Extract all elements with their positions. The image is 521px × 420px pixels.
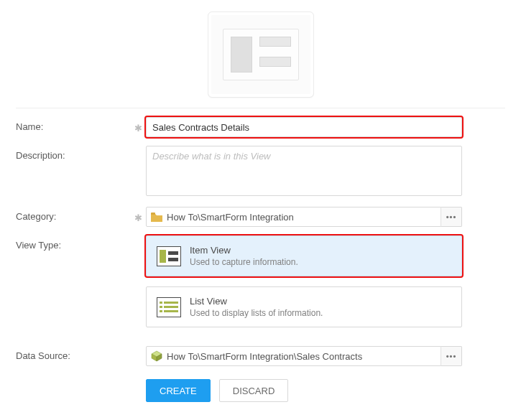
view-type-label: View Type: — [16, 235, 134, 251]
view-type-list[interactable]: List View Used to display lists of infor… — [146, 286, 462, 327]
svg-rect-6 — [160, 302, 162, 304]
svg-rect-8 — [160, 306, 162, 308]
folder-icon — [151, 212, 162, 222]
category-path: How To\SmartForm Integration — [167, 212, 294, 223]
svg-rect-10 — [160, 310, 162, 312]
svg-rect-9 — [164, 306, 178, 308]
view-type-list-subtitle: Used to display lists of information. — [190, 308, 323, 318]
category-label: Category: — [16, 207, 134, 222]
svg-rect-7 — [164, 302, 178, 304]
view-type-preview — [208, 11, 314, 98]
required-icon: ✱ — [134, 123, 142, 134]
smartobject-icon — [151, 350, 162, 362]
svg-rect-0 — [151, 213, 155, 215]
item-view-icon — [157, 246, 181, 266]
discard-button[interactable]: DISCARD — [219, 379, 289, 402]
svg-rect-11 — [164, 310, 178, 312]
description-input[interactable] — [146, 146, 462, 196]
required-icon: ✱ — [134, 213, 142, 223]
view-type-list-title: List View — [190, 296, 323, 307]
data-source-path: How To\SmartForm Integration\Sales Contr… — [167, 351, 362, 362]
svg-rect-4 — [168, 258, 178, 261]
ellipsis-icon: ••• — [446, 353, 457, 360]
name-label: Name: — [16, 117, 134, 132]
ellipsis-icon: ••• — [446, 213, 457, 221]
view-type-item-subtitle: Used to capture information. — [190, 257, 298, 267]
svg-rect-3 — [168, 251, 178, 255]
description-label: Description: — [16, 146, 134, 161]
data-source-label: Data Source: — [16, 346, 134, 361]
data-source-picker[interactable]: How To\SmartForm Integration\Sales Contr… — [146, 346, 462, 366]
view-type-item-title: Item View — [190, 245, 298, 256]
create-button[interactable]: CREATE — [146, 379, 211, 402]
list-view-icon — [157, 297, 181, 317]
divider — [16, 108, 505, 108]
name-input[interactable] — [146, 117, 462, 137]
category-browse-button[interactable]: ••• — [441, 207, 462, 227]
data-source-browse-button[interactable]: ••• — [441, 346, 462, 366]
svg-rect-2 — [160, 250, 166, 263]
create-view-form: Name: ✱ Description: Category: ✱ — [0, 0, 521, 415]
category-picker[interactable]: How To\SmartForm Integration — [146, 207, 462, 227]
view-type-item[interactable]: Item View Used to capture information. — [146, 235, 462, 276]
